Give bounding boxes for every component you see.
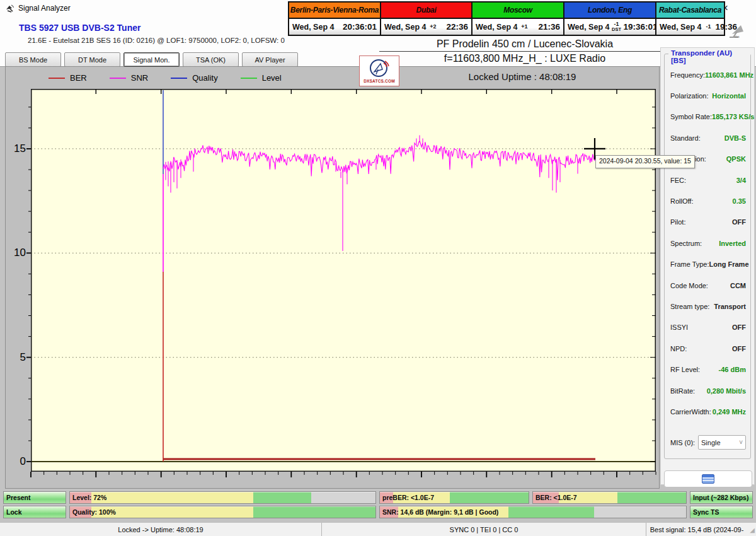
mis-label: MIS (0):	[670, 439, 695, 446]
clock-date: Wed, Sep 4	[568, 23, 609, 32]
transponder-row-value: Inverted	[719, 240, 746, 247]
clock-cell: MoscowWed, Sep 4+121:36	[472, 3, 564, 35]
tab-signal-mon-[interactable]: Signal Mon.	[123, 52, 180, 67]
lock-indicator: Lock	[3, 506, 66, 518]
input-rate-indicator: Input (~282 Kbps)	[690, 491, 753, 504]
preber-label: preBER: <1.0E-7	[382, 492, 434, 503]
app-satellite-icon	[5, 4, 14, 13]
clock-date: Wed, Sep 4	[384, 23, 426, 32]
mis-select[interactable]: Single ˅	[698, 435, 746, 450]
clock-time: 19:36	[715, 22, 737, 32]
transponder-row-label: RollOff:	[670, 197, 693, 205]
transponder-row-label: BitRate:	[670, 387, 695, 395]
transponder-panel: Transponder (AU) [BS] Frequency:11603,86…	[660, 47, 755, 485]
chart-tooltip: 2024-09-04 20.30.55, value: 15	[595, 155, 695, 168]
transponder-row: Pilot:OFF	[670, 212, 746, 233]
ber-meter: BER: <1.0E-7	[532, 491, 687, 504]
device-subtitle: 21.6E - Eutelsat 21B SES 16 (ID: 0216) @…	[28, 37, 285, 44]
transponder-row-value: Horizontal	[712, 92, 746, 100]
present-label: Present	[6, 492, 31, 503]
world-clock-table: Berlin-Paris-Vienna-RomaWed, Sep 420:36:…	[288, 1, 725, 36]
legend-label: Quality	[192, 73, 217, 83]
sidebar-save-button[interactable]	[664, 470, 752, 487]
titlebar: Signal Analyzer	[5, 3, 71, 14]
clock-time: 19:36:01	[623, 22, 657, 32]
transponder-row-value: 3/4	[736, 177, 746, 184]
transponder-row-value: OFF	[732, 218, 746, 226]
clock-cell: London, EngWed, Sep 4-1DST19:36:01	[564, 3, 656, 35]
dxsatcs-logo-icon	[368, 59, 391, 79]
transponder-row-value: 185,173 KS/s	[712, 113, 754, 120]
input-rate-label: Input (~282 Kbps)	[693, 492, 748, 503]
clock-time-row: Wed, Sep 4-1DST19:36:01	[564, 19, 655, 35]
transponder-row-value: 11603,861 MHz	[705, 71, 753, 79]
transponder-row-value: 0,249 MHz	[713, 408, 746, 416]
transponder-row-label: Stream type:	[670, 303, 709, 310]
transponder-row-value: CCM	[730, 282, 746, 289]
tab-dt-mode[interactable]: DT Mode	[64, 52, 120, 67]
clock-date: Wed, Sep 4	[660, 23, 701, 32]
device-title: TBS 5927 USB DVB-S2 Tuner	[19, 23, 140, 33]
clock-utc-offset: -1	[704, 24, 713, 30]
transponder-row-value: DVB-S	[724, 134, 746, 142]
lock-label: Lock	[6, 506, 22, 518]
level-label: Level: 72%	[72, 492, 106, 503]
transponder-rows: Frequency:11603,861 MHzPolarization:Hori…	[670, 64, 746, 422]
mode-tabs: BS ModeDT ModeSignal Mon.TSA (OK)AV Play…	[5, 52, 298, 67]
clock-city-label: London, Eng	[564, 3, 655, 19]
clock-date: Wed, Sep 4	[292, 23, 334, 32]
transponder-row-label: FEC:	[670, 177, 686, 184]
legend-label: BER	[70, 73, 87, 83]
quality-label: Quality: 100%	[72, 506, 116, 518]
transponder-row-value: -46 dBm	[719, 366, 746, 373]
level-meter: Level: 72%	[69, 491, 376, 504]
transponder-row-label: Polarization:	[670, 92, 709, 100]
transponder-row: ISSYIOFF	[670, 317, 746, 338]
clock-utc-offset: +2	[428, 24, 437, 30]
clock-cell: Berlin-Paris-Vienna-RomaWed, Sep 420:36:…	[289, 3, 381, 35]
clock-time-row: Wed, Sep 4+222:36	[381, 19, 471, 35]
resize-grip-icon[interactable]: ◢	[750, 527, 755, 533]
tab-bs-mode[interactable]: BS Mode	[5, 52, 61, 67]
transponder-groupbox: Transponder (AU) [BS] Frequency:11603,86…	[664, 54, 751, 459]
transponder-row-value: OFF	[732, 345, 746, 352]
frequency-service-line: f=11603,800 MHz_H_ : LUXE Radio	[379, 53, 670, 64]
transponder-row-label: NPD:	[670, 345, 687, 352]
clock-city-label: Moscow	[472, 3, 563, 19]
transponder-row: RollOff:0.35	[670, 190, 746, 211]
clock-time-row: Wed, Sep 420:36:01	[289, 19, 380, 35]
y-tick-label: 0	[9, 455, 26, 468]
transponder-group-title: Transponder (AU) [BS]	[668, 49, 750, 64]
legend-item-snr: SNR	[110, 73, 148, 83]
transponder-row: Code Mode:CCM	[670, 275, 746, 296]
transponder-row: Polarization:Horizontal	[670, 85, 746, 106]
statusbar-sync-counters: SYNC 0 | TEI 0 | CC 0	[322, 523, 646, 536]
transponder-row-value: 0.35	[733, 197, 746, 205]
clock-city-label: Dubai	[381, 3, 471, 19]
tab-tsa-ok-[interactable]: TSA (OK)	[183, 52, 239, 67]
transponder-row: Symbol Rate:185,173 KS/s	[670, 107, 746, 127]
clock-cell: Rabat-CasablancaWed, Sep 4-119:36	[656, 3, 724, 35]
transponder-row-value: Transport	[714, 303, 746, 310]
clock-utc-offset: +1	[520, 24, 529, 30]
tab-av-player[interactable]: AV Player	[242, 52, 298, 67]
legend-item-quality: Quality	[171, 73, 217, 83]
clock-time: 22:36	[446, 22, 468, 32]
transponder-row: Stream type:Transport	[670, 296, 746, 317]
transponder-row: RF Level:-46 dBm	[670, 359, 746, 380]
legend-item-level: Level	[241, 73, 282, 83]
transponder-row-label: Code Mode:	[670, 282, 708, 289]
transponder-row-label: RF Level:	[670, 366, 700, 373]
svg-text:dxs: dxs	[735, 35, 740, 38]
app-title: Signal Analyzer	[18, 4, 71, 13]
legend-swatch-icon	[49, 78, 65, 79]
y-tick-label: 15	[9, 143, 26, 155]
transponder-row-label: CarrierWidth:	[670, 408, 711, 416]
sync-ts-label: Sync TS	[693, 506, 719, 518]
records-icon	[702, 474, 714, 484]
transponder-row-value: 0,280 Mbit/s	[707, 387, 746, 395]
snr-label: SNR: 14,6 dB (Margin: 9,1 dB | Good)	[382, 506, 498, 518]
clock-time-row: Wed, Sep 4+121:36	[472, 19, 563, 35]
plot-area[interactable]	[31, 89, 656, 472]
statusbar-best-signal: Best signal: 15,4 dB (2024-09-04 01:32)	[646, 523, 747, 536]
